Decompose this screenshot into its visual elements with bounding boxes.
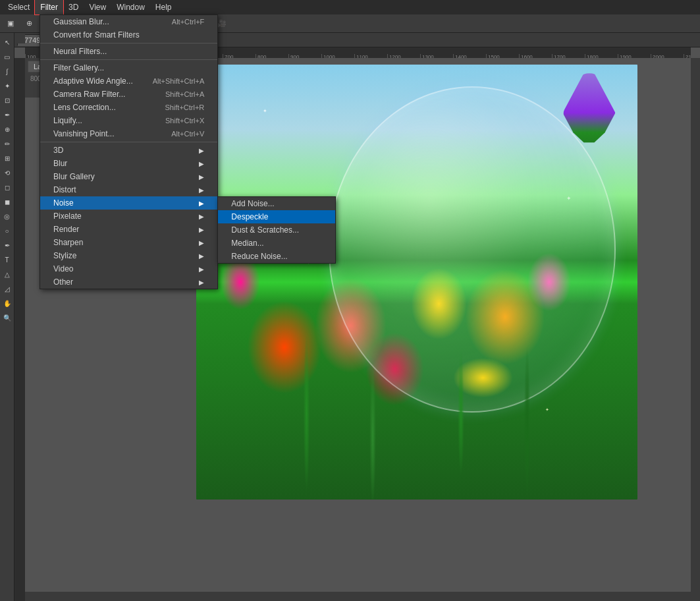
submenu-arrow-blur-gallery: ▶ [199,173,204,181]
filter-vanishing-point[interactable]: Vanishing Point... Alt+Ctrl+V [40,127,217,140]
tool-history[interactable]: ⟲ [1,166,14,179]
submenu-arrow-blur: ▶ [199,160,204,167]
tool-blur[interactable]: ◎ [1,210,14,223]
tool-eyedrop[interactable]: ✒ [1,108,14,121]
filter-sharpen[interactable]: Sharpen ▶ [40,236,217,249]
scrollbar-vertical[interactable] [691,58,700,592]
submenu-arrow-other: ▶ [199,279,204,286]
filter-liquify[interactable]: Liquify... Shift+Ctrl+X [40,114,217,127]
tool-pen[interactable]: ✒ [1,239,14,252]
submenu-arrow-stylize: ▶ [199,252,204,260]
noise-reduce-noise[interactable]: Reduce Noise... [218,250,335,263]
tool-move[interactable]: ↖ [1,36,14,49]
tool-clone[interactable]: ⊞ [1,152,14,165]
tool-hand[interactable]: ✋ [1,297,14,310]
filter-sep-3 [40,142,217,142]
tool-dodge[interactable]: ○ [1,224,14,237]
filter-distort[interactable]: Distort ▶ [40,183,217,196]
tool-crop[interactable]: ⊡ [1,94,14,107]
filter-3d[interactable]: 3D ▶ [40,144,217,157]
filter-camera-raw[interactable]: Camera Raw Filter... Shift+Ctrl+A [40,88,217,101]
filter-blur[interactable]: Blur ▶ [40,157,217,170]
tool-gradient[interactable]: ◼ [1,195,14,208]
filter-render[interactable]: Render ▶ [40,223,217,236]
tool-heal[interactable]: ⊕ [1,123,14,136]
filter-neural[interactable]: Neural Filters... [40,45,217,58]
filter-convert-smart[interactable]: Convert for Smart Filters [40,28,217,42]
filter-other[interactable]: Other ▶ [40,275,217,289]
menubar-3d[interactable]: 3D [63,0,84,14]
submenu-arrow-3d: ▶ [199,147,204,154]
ruler-left [14,58,25,601]
menubar-help[interactable]: Help [150,0,177,14]
filter-sep-1 [40,43,217,43]
menubar-filter[interactable]: Filter [35,0,63,14]
tool-lasso[interactable]: ∫ [1,65,14,78]
menubar-select[interactable]: Select [3,0,35,14]
noise-despeckle[interactable]: Despeckle [218,210,335,223]
noise-add-noise[interactable]: Add Noise... [218,197,335,210]
submenu-arrow-video: ▶ [199,266,204,273]
menubar-view[interactable]: View [84,0,111,14]
filter-gallery[interactable]: Filter Gallery... [40,61,217,74]
filter-sep-2 [40,59,217,60]
submenu-arrow-pixelate: ▶ [199,213,204,220]
tool-path[interactable]: △ [1,268,14,281]
filter-pixelate[interactable]: Pixelate ▶ [40,210,217,223]
tool-zoom[interactable]: 🔍 [1,311,14,324]
left-sidebar: ↖ ▭ ∫ ✦ ⊡ ✒ ⊕ ✏ ⊞ ⟲ ◻ ◼ ◎ ○ ✒ T △ ◿ ✋ 🔍 [0,33,14,601]
filter-lens-correction[interactable]: Lens Correction... Shift+Ctrl+R [40,101,217,114]
tool-brush[interactable]: ✏ [1,137,14,150]
scrollbar-horizontal[interactable] [25,592,700,601]
tool-type[interactable]: T [1,253,14,266]
tool-magic[interactable]: ✦ [1,79,14,92]
submenu-arrow-distort: ▶ [199,186,204,194]
filter-video[interactable]: Video ▶ [40,262,217,275]
submenu-arrow-noise: ▶ [199,200,204,207]
filter-menu-dropdown: Gaussian Blur... Alt+Ctrl+F Convert for … [40,14,218,289]
toolbar-btn-1[interactable]: ▣ [3,16,18,32]
image-canvas: ✦ ✦ ✦ ✦ [196,65,637,500]
noise-submenu: Add Noise... Despeckle Dust & Scratches.… [217,196,336,264]
filter-blur-gallery[interactable]: Blur Gallery ▶ [40,170,217,183]
tool-select[interactable]: ▭ [1,50,14,63]
menubar-window[interactable]: Window [111,0,150,14]
toolbar-btn-2[interactable]: ⊕ [21,16,37,32]
tool-eraser[interactable]: ◻ [1,181,14,194]
noise-median[interactable]: Median... [218,237,335,250]
menubar: Select Filter 3D View Window Help [0,0,700,14]
ruler-corner [14,33,25,43]
filter-stylize[interactable]: Stylize ▶ [40,249,217,262]
filter-gaussian-blur[interactable]: Gaussian Blur... Alt+Ctrl+F [40,15,217,28]
filter-adaptive-wide[interactable]: Adaptive Wide Angle... Alt+Shift+Ctrl+A [40,74,217,88]
submenu-arrow-sharpen: ▶ [199,239,204,246]
filter-noise[interactable]: Noise ▶ Add Noise... Despeckle Dust & Sc… [40,196,217,210]
tool-shape[interactable]: ◿ [1,282,14,295]
submenu-arrow-render: ▶ [199,226,204,233]
noise-dust-scratches[interactable]: Dust & Scratches... [218,223,335,237]
